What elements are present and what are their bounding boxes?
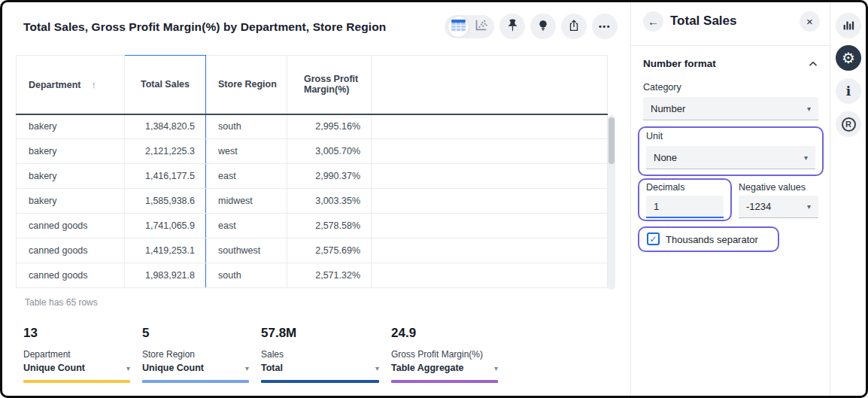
r-logo-button[interactable]: R [836,111,861,137]
column-header-department[interactable]: Department↑ [17,56,125,114]
cell-filler [372,238,608,263]
summary-strip: 13 Department Unique Count ▾ 5 Store Reg… [23,326,498,383]
stat-value: 57.8M [261,326,379,341]
negative-values-dropdown[interactable]: -1234 ▾ [739,196,818,218]
cell-department[interactable]: canned goods [17,214,125,238]
cell-total-sales[interactable]: 1,416,177.5 [125,164,206,189]
decimals-input[interactable] [646,196,724,218]
stat-card-sales: 57.8M Sales Total ▾ [261,326,379,383]
table-row: canned goods1,741,065.9east2,578.58% [17,214,608,238]
settings-button[interactable]: ⚙ [836,45,861,71]
share-button[interactable] [561,14,587,39]
stat-color-bar [142,380,249,383]
negative-values-label: Negative values [739,182,806,193]
back-arrow-icon: ← [648,15,659,28]
cell-gross-profit-margin[interactable]: 2,995.16% [287,114,372,139]
cell-store-region[interactable]: midwest [206,189,287,214]
cell-department[interactable]: canned goods [17,238,125,263]
back-button[interactable]: ← [643,11,663,32]
cell-store-region[interactable]: south [206,114,287,139]
cell-gross-profit-margin[interactable]: 3,005.70% [287,139,372,164]
column-header-total-sales[interactable]: Total Sales [125,56,206,114]
stat-value: 13 [23,326,130,341]
pin-button[interactable] [499,14,525,39]
cell-total-sales[interactable]: 1,585,938.6 [125,189,206,214]
cell-store-region[interactable]: east [206,214,287,238]
gear-icon: ⚙ [842,50,855,65]
chart-settings-button[interactable] [836,13,861,38]
stat-aggregation-selector[interactable]: Table Aggregate ▾ [391,363,498,373]
unit-dropdown[interactable]: None ▾ [646,146,815,169]
unit-label: Unit [646,131,663,141]
table-view-icon [451,20,466,33]
cell-department[interactable]: canned goods [17,263,125,288]
cell-department[interactable]: bakery [17,114,125,139]
table-row: bakery1,384,820.5south2,995.16% [17,114,608,139]
table-row: bakery1,585,938.6midwest3,003.35% [17,189,608,214]
cell-filler [372,114,608,139]
cell-total-sales[interactable]: 2,121,225.3 [125,139,206,164]
chevron-down-icon: ▾ [126,364,130,372]
check-icon: ✓ [649,234,657,245]
stat-card-gross-profit-margin: 24.9 Gross Profit Margin(%) Table Aggreg… [391,326,498,383]
cell-store-region[interactable]: east [206,164,287,189]
bar-chart-icon [842,18,855,34]
cell-total-sales[interactable]: 1,384,820.5 [125,114,206,139]
cell-gross-profit-margin[interactable]: 2,990.37% [287,164,372,189]
section-title: Number format [643,58,716,69]
cell-total-sales[interactable]: 1,741,065.9 [125,214,206,238]
stat-aggregation: Total [261,363,283,373]
cell-gross-profit-margin[interactable]: 2,575.69% [287,238,372,263]
table-scrollbar[interactable] [608,115,615,290]
stat-aggregation-selector[interactable]: Unique Count ▾ [142,363,249,373]
table-row: canned goods1,983,921.8south2,571.32% [17,263,608,288]
cell-total-sales[interactable]: 1,983,921.8 [125,263,206,288]
cell-store-region[interactable]: west [206,139,287,164]
cell-department[interactable]: bakery [17,189,125,214]
info-icon: i [846,84,851,99]
chevron-down-icon: ▾ [807,105,811,113]
cell-gross-profit-margin[interactable]: 2,571.32% [287,263,372,288]
chevron-down-icon: ▾ [804,153,808,162]
cell-department[interactable]: bakery [17,139,125,164]
cell-total-sales[interactable]: 1,419,253.1 [125,238,206,263]
cell-gross-profit-margin[interactable]: 3,003.35% [287,189,372,214]
cell-filler [372,139,608,164]
close-icon: × [806,15,813,28]
category-dropdown[interactable]: Number ▾ [643,97,818,120]
table-row: bakery2,121,225.3west3,005.70% [17,139,608,164]
table-row: bakery1,416,177.5east2,990.37% [17,164,608,189]
stat-card-store-region: 5 Store Region Unique Count ▾ [142,326,249,383]
lightbulb-button[interactable] [530,14,556,39]
stat-color-bar [23,380,130,383]
table-view-button[interactable] [448,17,469,37]
table-scrollbar-thumb[interactable] [609,117,615,164]
stat-label: Store Region [142,349,249,360]
thousands-separator-checkbox[interactable]: ✓ [647,232,660,245]
info-button[interactable]: i [836,78,861,104]
stat-aggregation-selector[interactable]: Total ▾ [261,363,379,373]
chevron-down-icon: ▾ [807,202,811,211]
column-header-store-region[interactable]: Store Region [206,56,287,114]
stat-card-department: 13 Department Unique Count ▾ [23,326,130,383]
lightbulb-icon [536,18,550,35]
pin-icon [505,18,520,35]
stat-aggregation-selector[interactable]: Unique Count ▾ [23,363,130,373]
table-row-count: Table has 65 rows [25,297,98,308]
number-format-section-header[interactable]: Number format [643,56,818,70]
panel-title: Total Sales [670,14,737,29]
cell-store-region[interactable]: southwest [206,238,287,263]
thousands-separator-label: Thousands separator [666,234,758,245]
cell-department[interactable]: bakery [17,164,125,189]
cell-store-region[interactable]: south [206,263,287,288]
side-rail: ⚙ i R [830,2,866,396]
column-header-gross-profit-margin[interactable]: Gross Profit Margin(%) [287,56,372,114]
stat-label: Gross Profit Margin(%) [391,349,498,360]
cell-gross-profit-margin[interactable]: 2,578.58% [287,214,372,238]
data-table: Department↑ Total Sales Store Region Gro… [16,55,615,290]
sort-ascending-icon[interactable]: ↑ [91,79,96,90]
chart-view-button[interactable] [471,17,491,37]
more-button[interactable]: ••• [592,14,618,39]
stat-label: Department [23,349,130,360]
close-button[interactable]: × [800,11,820,32]
